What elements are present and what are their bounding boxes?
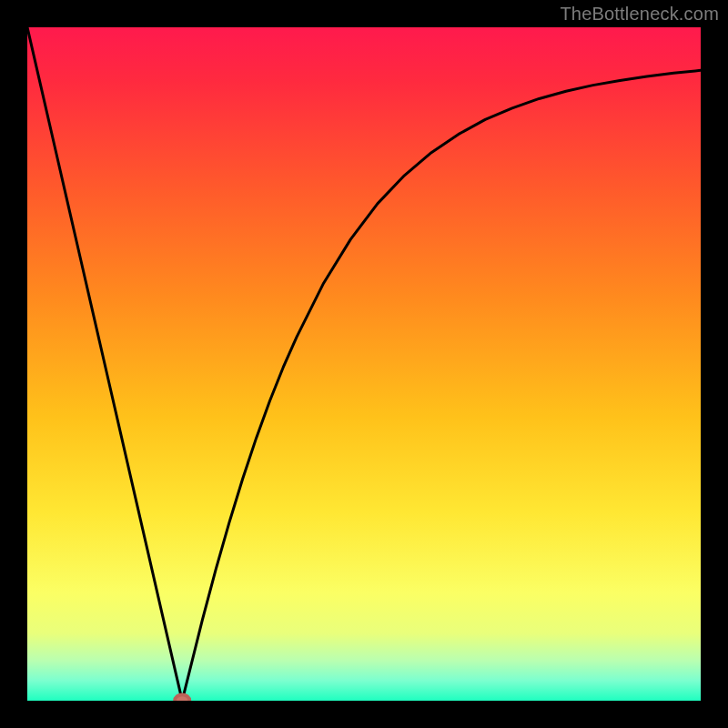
curve-svg <box>27 27 701 701</box>
plot-area <box>27 27 701 701</box>
optimal-point-marker <box>175 694 189 701</box>
chart-frame: TheBottleneck.com <box>0 0 728 728</box>
watermark-text: TheBottleneck.com <box>560 4 719 25</box>
bottleneck-curve <box>27 27 701 701</box>
